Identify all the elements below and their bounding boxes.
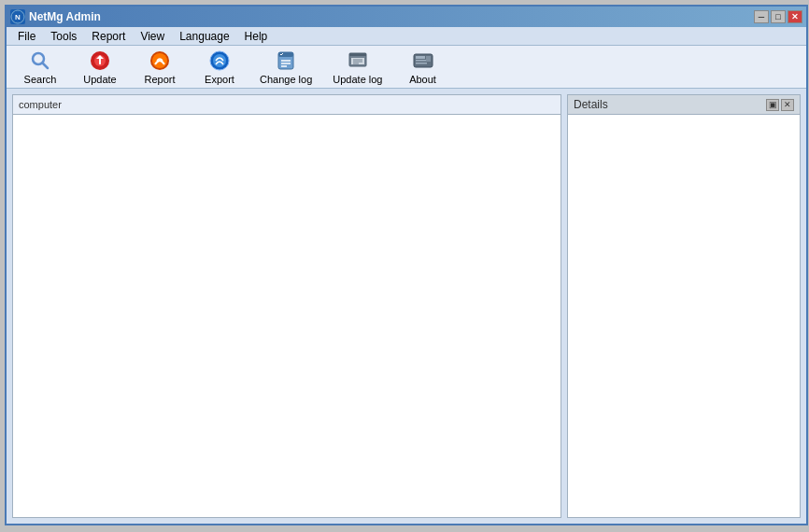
updatelog-icon xyxy=(347,49,369,72)
changelog-label: Change log xyxy=(260,74,312,85)
report-label: Report xyxy=(144,74,175,85)
menu-file[interactable]: File xyxy=(10,28,43,45)
search-button[interactable]: Search xyxy=(12,49,68,86)
menu-tools[interactable]: Tools xyxy=(43,28,84,45)
svg-rect-17 xyxy=(349,53,366,56)
updatelog-button[interactable]: Update log xyxy=(324,49,390,86)
menu-report[interactable]: Report xyxy=(84,28,133,45)
right-panel-content xyxy=(568,115,800,517)
right-panel-title: Details xyxy=(574,98,608,111)
about-icon xyxy=(412,49,434,72)
export-label: Export xyxy=(205,74,234,85)
close-button[interactable]: ✕ xyxy=(788,10,802,23)
main-content: computer Details ▣ ✕ xyxy=(7,89,806,524)
about-label: About xyxy=(409,74,436,85)
menu-help[interactable]: Help xyxy=(237,28,276,45)
report-button[interactable]: Report xyxy=(132,49,188,86)
title-controls: ─ □ ✕ xyxy=(754,10,802,23)
export-icon xyxy=(208,49,231,72)
right-panel-header: Details ▣ ✕ xyxy=(568,95,800,115)
svg-line-3 xyxy=(43,63,49,68)
svg-rect-6 xyxy=(99,58,101,64)
right-panel-close-button[interactable]: ✕ xyxy=(781,99,794,111)
report-icon xyxy=(149,49,171,72)
left-panel-content xyxy=(13,115,561,517)
search-icon xyxy=(29,49,51,72)
left-panel-text: computer xyxy=(19,99,62,110)
window-title: NetMg Admin xyxy=(29,10,101,23)
left-panel: computer xyxy=(12,94,561,518)
toolbar: Search Update xyxy=(7,46,806,89)
title-bar-left: N NetMg Admin xyxy=(10,9,101,24)
left-panel-header: computer xyxy=(13,95,561,115)
menu-bar: File Tools Report View Language Help xyxy=(7,27,806,46)
svg-text:N: N xyxy=(15,13,21,21)
menu-view[interactable]: View xyxy=(133,28,172,45)
right-panel: Details ▣ ✕ xyxy=(567,94,801,518)
right-panel-restore-button[interactable]: ▣ xyxy=(766,99,779,111)
svg-rect-26 xyxy=(426,56,431,61)
update-icon xyxy=(89,49,111,72)
update-label: Update xyxy=(83,74,116,85)
title-bar: N NetMg Admin ─ □ ✕ xyxy=(7,7,806,27)
svg-rect-23 xyxy=(416,56,425,59)
update-button[interactable]: Update xyxy=(72,49,128,86)
app-icon: N xyxy=(10,9,25,24)
search-label: Search xyxy=(24,74,57,85)
main-window: N NetMg Admin ─ □ ✕ File Tools Report Vi… xyxy=(5,5,808,525)
about-button[interactable]: About xyxy=(395,49,451,86)
changelog-button[interactable]: Change log xyxy=(251,49,320,86)
svg-rect-25 xyxy=(416,63,427,64)
maximize-button[interactable]: □ xyxy=(771,10,786,23)
minimize-button[interactable]: ─ xyxy=(754,10,769,23)
menu-language[interactable]: Language xyxy=(172,28,236,45)
changelog-icon xyxy=(275,49,297,72)
updatelog-label: Update log xyxy=(333,74,382,85)
export-button[interactable]: Export xyxy=(192,49,248,86)
right-panel-controls: ▣ ✕ xyxy=(766,99,794,111)
svg-point-10 xyxy=(213,54,226,67)
